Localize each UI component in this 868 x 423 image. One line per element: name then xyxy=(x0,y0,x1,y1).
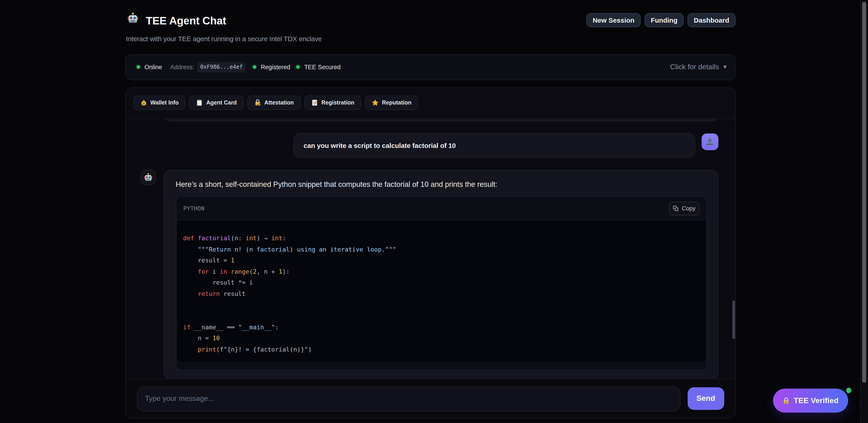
chat-panel: $ Wallet Info Agent Card Attestation Reg… xyxy=(125,87,735,419)
header: TEE Agent Chat Interact with your TEE ag… xyxy=(125,0,735,43)
code-token: 1 xyxy=(279,268,282,275)
code-token: in xyxy=(220,268,231,275)
copy-label: Copy xyxy=(682,205,695,212)
code-language-label: PYTHON xyxy=(183,205,205,212)
chat-scrollbar-thumb[interactable] xyxy=(732,301,735,339)
code-token: : xyxy=(282,234,286,242)
header-button-new-session[interactable]: New Session xyxy=(587,13,641,27)
copy-code-button[interactable]: Copy xyxy=(669,201,699,215)
header-button-dashboard[interactable]: Dashboard xyxy=(688,13,735,27)
registered-label: Registered xyxy=(260,63,290,70)
code-token: def xyxy=(183,234,198,242)
memo-icon xyxy=(311,99,318,106)
tab-label: Wallet Info xyxy=(150,100,179,106)
code-line: """Return n! (n factorial) using an iter… xyxy=(183,244,700,255)
tee-verified-label: TEE Verified xyxy=(794,396,838,405)
tab-label: Registration xyxy=(321,100,354,106)
assistant-message-row: Here’s a short, self-contained Python sn… xyxy=(141,169,718,379)
code-token: ( xyxy=(249,268,253,275)
code-line: print(f"{n}! = {factorial(n)}") xyxy=(183,344,700,355)
code-token: for xyxy=(183,268,213,275)
code-line xyxy=(183,299,700,310)
code-token: ) → xyxy=(256,234,271,242)
assistant-message-text: Here’s a short, self-contained Python sn… xyxy=(176,178,707,189)
tab-reputation[interactable]: Reputation xyxy=(365,95,418,110)
tab-label: Agent Card xyxy=(206,100,237,106)
code-token: " xyxy=(223,346,227,353)
partial-bubble xyxy=(163,118,718,121)
header-button-funding[interactable]: Funding xyxy=(645,13,684,27)
code-token: result *= i xyxy=(183,279,253,286)
page: TEE Agent Chat Interact with your TEE ag… xyxy=(0,0,868,423)
code-line: for i in range(2, n + 1): xyxy=(183,266,700,277)
code-token: (f xyxy=(216,346,223,353)
code-token: {factorial(n)} xyxy=(253,346,305,353)
content-container: TEE Agent Chat Interact with your TEE ag… xyxy=(125,0,735,419)
locked-with-key-icon xyxy=(254,99,261,106)
code-line xyxy=(183,310,700,321)
tee-secured-label: TEE Secured xyxy=(304,63,341,70)
user-message-text: can you write a script to calculate fact… xyxy=(304,141,456,149)
tee-secured-status-dot xyxy=(296,65,300,69)
copy-icon xyxy=(673,205,679,212)
tab-attestation[interactable]: Attestation xyxy=(247,95,301,110)
code-block-header: PYTHON Copy xyxy=(176,197,706,220)
tab-label: Attestation xyxy=(264,100,294,106)
clipboard-icon xyxy=(196,99,203,106)
registered-status-dot xyxy=(252,65,256,69)
svg-text:$: $ xyxy=(143,102,145,105)
code-token: " xyxy=(305,346,308,353)
code-token: int xyxy=(246,234,256,242)
code-token: , n + xyxy=(256,268,279,275)
code-token: ): xyxy=(282,268,290,275)
page-subtitle: Interact with your TEE agent running in … xyxy=(126,35,322,43)
header-buttons: New SessionFundingDashboard xyxy=(587,13,735,27)
code-token: 2 xyxy=(253,268,256,275)
code-token: range xyxy=(231,268,249,275)
page-title: TEE Agent Chat xyxy=(146,15,226,27)
page-scrollbar-thumb[interactable] xyxy=(862,2,866,383)
code-token: (n: xyxy=(231,234,246,242)
code-token: i xyxy=(213,268,220,275)
code-token: print xyxy=(183,346,216,353)
code-token: "__main__" xyxy=(238,323,275,331)
tee-verified-badge[interactable]: TEE Verified xyxy=(773,389,848,413)
code-token: 10 xyxy=(213,335,220,342)
message-input[interactable] xyxy=(137,386,680,411)
code-token: __name__ ══ xyxy=(194,323,238,331)
user-message-bubble: can you write a script to calculate fact… xyxy=(293,133,695,158)
tab-wallet-info[interactable]: $ Wallet Info xyxy=(133,95,185,110)
chevron-down-icon: ▼ xyxy=(722,64,727,70)
star-icon xyxy=(372,99,379,106)
assistant-avatar xyxy=(141,169,156,185)
code-token: : xyxy=(275,323,278,331)
code-token: ) xyxy=(308,346,312,353)
code-line: return result xyxy=(183,288,700,299)
lock-icon xyxy=(782,397,789,404)
code-token: ! = xyxy=(238,346,253,353)
previous-message-partial xyxy=(141,119,718,121)
user-avatar xyxy=(702,133,718,150)
code-content[interactable]: def factorial(n: int) → int: """Return n… xyxy=(177,220,706,362)
page-scrollbar[interactable] xyxy=(860,0,868,423)
message-list[interactable]: can you write a script to calculate fact… xyxy=(125,118,735,379)
code-line: if __name__ ══ "__main__": xyxy=(183,322,700,333)
online-status-dot xyxy=(136,65,140,69)
code-token: int xyxy=(271,234,282,242)
tab-agent-card[interactable]: Agent Card xyxy=(189,95,243,110)
code-token: result xyxy=(223,290,246,297)
click-for-details-toggle[interactable]: Click for details ▼ xyxy=(670,63,727,71)
code-line: def factorial(n: int) → int: xyxy=(183,232,700,244)
address-value: 0xF986...e4ef xyxy=(197,62,246,72)
code-token: return xyxy=(183,290,223,297)
send-button[interactable]: Send xyxy=(687,387,724,410)
tab-registration[interactable]: Registration xyxy=(304,95,361,110)
code-token: {n} xyxy=(227,346,238,353)
status-bar[interactable]: Online Address: 0xF986...e4ef Registered… xyxy=(125,54,735,80)
code-token: result = xyxy=(183,256,231,264)
composer: Send xyxy=(125,379,735,418)
code-token: factorial xyxy=(198,234,231,242)
details-label: Click for details xyxy=(670,63,719,71)
badge-online-dot xyxy=(846,388,851,393)
money-bag-icon: $ xyxy=(140,99,147,106)
